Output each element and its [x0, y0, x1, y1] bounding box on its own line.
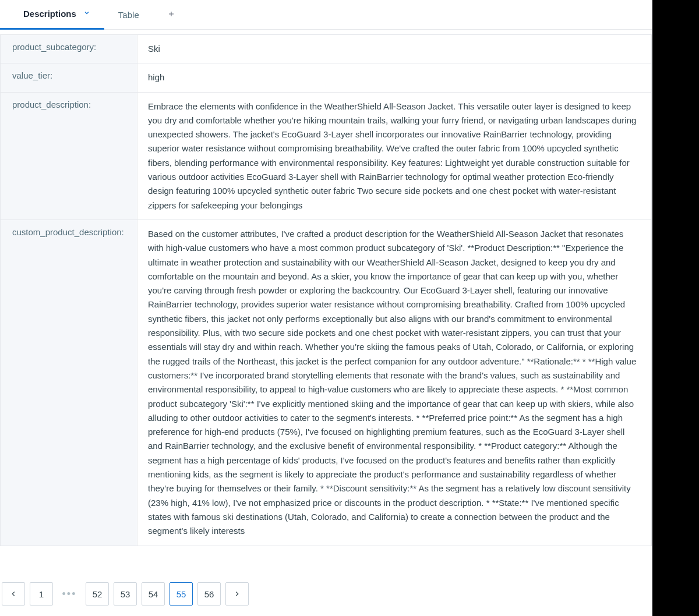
add-tab-button[interactable]: [153, 9, 189, 21]
plus-icon: [167, 9, 175, 20]
page-button-56[interactable]: 56: [197, 582, 221, 606]
table-row: custom_product_description: Based on the…: [1, 220, 651, 546]
tabs-bar: Descriptions Table: [0, 0, 652, 30]
chevron-left-icon: [9, 590, 17, 598]
detail-table: product_subcategory: Ski value_tier: hig…: [0, 34, 652, 546]
field-label: custom_product_description:: [1, 220, 137, 546]
page-ellipsis: •••: [58, 582, 81, 606]
tab-label: Table: [118, 10, 139, 20]
page-button-55[interactable]: 55: [170, 582, 193, 606]
field-value: high: [137, 63, 651, 91]
table-row: product_subcategory: Ski: [1, 35, 651, 63]
field-label: product_subcategory:: [1, 35, 137, 63]
chevron-down-icon: [83, 9, 90, 18]
chevron-right-icon: [233, 590, 241, 598]
page-button-53[interactable]: 53: [114, 582, 137, 606]
field-value: Ski: [137, 35, 651, 63]
right-black-strip: [652, 0, 699, 616]
tab-descriptions[interactable]: Descriptions: [0, 0, 104, 30]
table-row: product_description: Embrace the element…: [1, 93, 651, 220]
tab-table[interactable]: Table: [104, 0, 153, 30]
next-page-button[interactable]: [225, 582, 249, 606]
prev-page-button[interactable]: [2, 582, 25, 606]
field-label: value_tier:: [1, 63, 137, 91]
field-value: Embrace the elements with confidence in …: [137, 93, 651, 220]
page-button-54[interactable]: 54: [142, 582, 165, 606]
table-row: value_tier: high: [1, 63, 651, 92]
field-label: product_description:: [1, 93, 137, 220]
pagination: 1 ••• 52 53 54 55 56: [0, 572, 652, 616]
page-button-52[interactable]: 52: [86, 582, 109, 606]
tab-label: Descriptions: [23, 9, 76, 19]
page-button-1[interactable]: 1: [30, 582, 53, 606]
field-value: Based on the customer attributes, I've c…: [137, 220, 651, 546]
